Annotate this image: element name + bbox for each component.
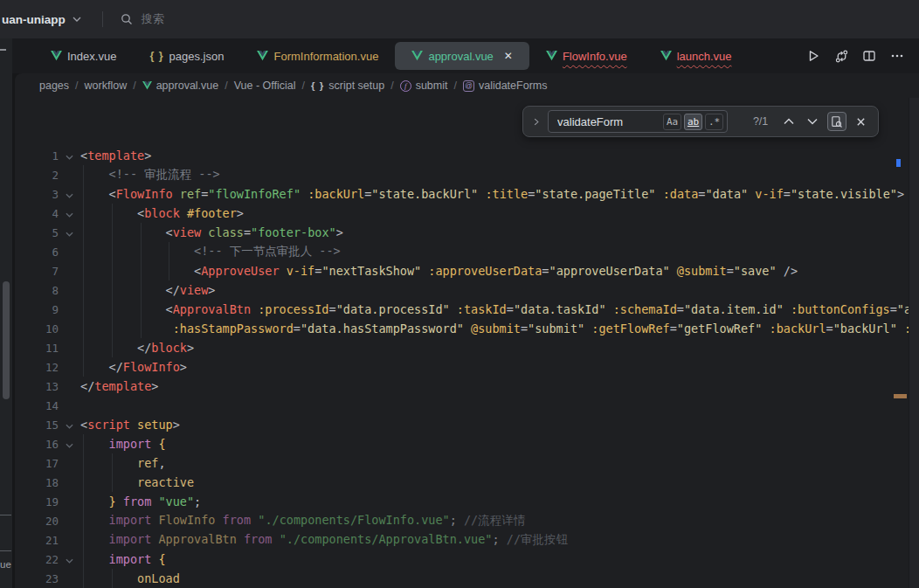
code-line-19: 19 } from "vue"; <box>15 492 919 511</box>
global-search[interactable]: 搜索 <box>121 11 164 27</box>
function-icon: f <box>400 80 411 92</box>
panel-scrollbar-thumb[interactable] <box>3 281 10 399</box>
code-text: <template> <box>80 149 151 163</box>
close-icon[interactable]: ✕ <box>504 51 513 61</box>
breadcrumb-separator: / <box>390 80 393 92</box>
code-line-1: 1<template> <box>15 146 919 165</box>
vue-icon <box>257 51 268 60</box>
titlebar-divider <box>102 11 103 27</box>
code-line-4: 4 <block #footer> <box>15 204 919 223</box>
find-query: validateForm <box>557 115 660 128</box>
code-text: reactive <box>80 475 194 489</box>
code-line-14: 14 <box>15 396 919 415</box>
tab-flowinfo-vue[interactable]: FlowInfo.vue <box>529 38 644 73</box>
breadcrumb-label: submit <box>416 80 448 92</box>
fold-chevron-icon[interactable] <box>66 155 73 160</box>
breadcrumb-label: validateForms <box>479 80 548 92</box>
breadcrumb-item-validateforms[interactable]: @validateForms <box>463 80 548 92</box>
breadcrumb-item-script-setup[interactable]: { }script setup <box>311 80 384 92</box>
tab-forminformation-vue[interactable]: FormInformation.vue <box>240 38 395 73</box>
line-number: 12 <box>15 361 59 374</box>
code-editor[interactable]: 1<template>2 <!-- 审批流程 -->3 <FlowInfo re… <box>15 146 919 588</box>
fold-chevron-icon[interactable] <box>66 558 73 564</box>
editor-area[interactable]: pages/workflow/approval.vue/Vue - Offici… <box>15 73 919 588</box>
editor-scrollbar[interactable] <box>909 98 919 588</box>
breadcrumb-item-submit[interactable]: fsubmit <box>400 80 448 92</box>
code-line-17: 17 ref, <box>15 453 919 473</box>
code-text: <ApprovalBtn :processId="data.processId"… <box>80 302 919 316</box>
previous-match-button[interactable] <box>781 113 797 130</box>
fold-chevron-icon[interactable] <box>66 424 73 429</box>
regex-toggle[interactable]: .* <box>705 114 723 130</box>
vue-icon <box>142 81 152 90</box>
tab-approval-vue[interactable]: approval.vue✕ <box>395 42 529 70</box>
split-icon <box>862 49 876 63</box>
line-number: 15 <box>15 419 59 432</box>
tab-label: FormInformation.vue <box>273 50 378 63</box>
search-in-selection-button[interactable] <box>827 112 846 131</box>
line-number: 3 <box>15 188 59 201</box>
code-line-21: 21 import ApprovalBtn from "./components… <box>15 530 919 550</box>
panel-fragment <box>0 550 11 551</box>
document-search-icon <box>830 115 843 128</box>
code-line-7: 7 <ApproveUser v-if="nextTaskShow" :appr… <box>15 261 919 280</box>
breadcrumb-item-approval-vue[interactable]: approval.vue <box>142 80 219 92</box>
breadcrumb-separator: / <box>75 80 78 92</box>
code-line-2: 2 <!-- 审批流程 --> <box>15 165 919 184</box>
code-line-8: 8 </view> <box>15 280 919 300</box>
tab-launch-vue[interactable]: launch.vue <box>644 38 749 73</box>
code-line-6: 6 <!-- 下一节点审批人 --> <box>15 242 919 261</box>
chevron-down-icon <box>807 118 818 125</box>
breadcrumb-label: pages <box>39 80 69 92</box>
chevron-right-icon[interactable] <box>532 117 541 127</box>
code-text: ref, <box>80 456 166 470</box>
breadcrumb-item-workflow[interactable]: workflow <box>85 80 128 92</box>
compare-button[interactable] <box>833 48 849 64</box>
indent-guide <box>112 204 113 357</box>
close-find-button[interactable] <box>853 113 869 130</box>
fold-chevron-icon[interactable] <box>66 212 73 218</box>
find-input[interactable]: validateForm Aa ab .* <box>548 110 728 133</box>
line-number: 5 <box>15 226 59 239</box>
run-button[interactable] <box>805 48 821 64</box>
code-line-12: 12 </FlowInfo> <box>15 357 919 377</box>
fold-chevron-icon[interactable] <box>66 193 73 198</box>
line-number: 11 <box>15 342 59 355</box>
vue-icon <box>51 51 62 60</box>
code-text: import { <box>80 552 166 566</box>
line-number: 7 <box>15 265 59 278</box>
indent-guide <box>83 165 84 377</box>
code-line-13: 13</template> <box>15 377 919 396</box>
split-editor-button[interactable] <box>861 48 877 64</box>
editor-actions <box>805 38 905 73</box>
tab-index-vue[interactable]: Index.vue <box>34 38 133 73</box>
project-switcher[interactable]: uan-uniapp <box>2 13 81 26</box>
breadcrumb-item-vue-official[interactable]: Vue - Official <box>234 80 296 92</box>
match-case-toggle[interactable]: Aa <box>663 114 681 130</box>
code-text: </FlowInfo> <box>80 360 187 374</box>
tab-label: pages.json <box>169 50 225 63</box>
breadcrumb-separator: / <box>133 80 135 92</box>
code-line-15: 15<script setup> <box>15 415 919 434</box>
more-button[interactable] <box>889 48 905 64</box>
fold-chevron-icon[interactable] <box>66 232 73 237</box>
breadcrumb-separator: / <box>453 80 456 92</box>
panel-fragment <box>0 515 11 515</box>
line-number: 13 <box>15 380 59 393</box>
next-match-button[interactable] <box>804 113 819 130</box>
braces-icon: { } <box>311 80 324 91</box>
line-number: 6 <box>15 246 59 259</box>
chevron-down-icon <box>73 17 81 22</box>
tab-pages-json[interactable]: { }pages.json <box>133 38 240 73</box>
panel-fragment <box>0 49 6 51</box>
code-text: <FlowInfo ref="flowInfoRef" :backUrl="st… <box>80 187 904 201</box>
line-number: 21 <box>15 534 59 547</box>
breadcrumb-item-pages[interactable]: pages <box>39 80 69 92</box>
breadcrumb-label: workflow <box>85 80 128 92</box>
whole-words-toggle[interactable]: ab <box>684 114 702 130</box>
fold-chevron-icon[interactable] <box>66 443 73 448</box>
tabs: Index.vue{ }pages.jsonFormInformation.vu… <box>34 38 749 73</box>
line-number: 10 <box>15 322 59 336</box>
code-line-22: 22 import { <box>15 550 919 569</box>
code-text: } from "vue"; <box>80 495 201 508</box>
